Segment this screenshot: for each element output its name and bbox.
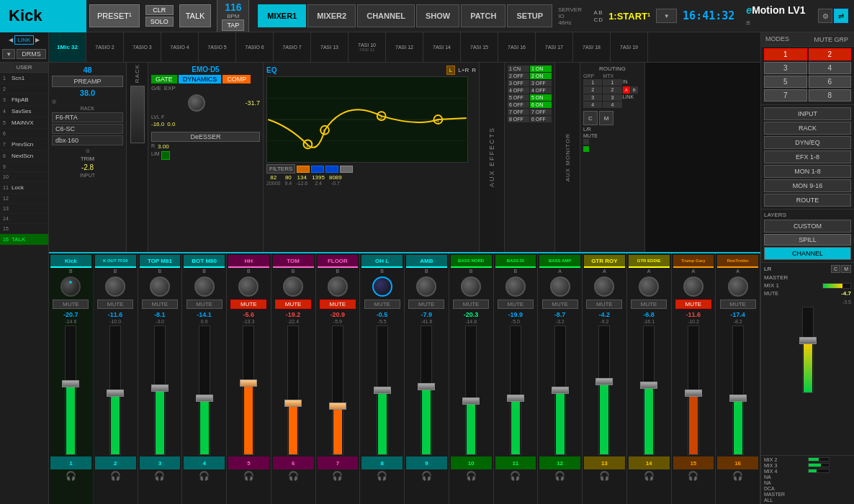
deesser-button[interactable]: DeESSER bbox=[151, 132, 260, 142]
ch15-fader[interactable] bbox=[688, 325, 699, 455]
ch16-mute[interactable]: MUTE bbox=[720, 300, 756, 309]
io-ch-13[interactable]: 7ASI 16 bbox=[498, 32, 536, 62]
filter-band-4[interactable] bbox=[340, 166, 353, 173]
ch13-knob[interactable] bbox=[594, 276, 614, 297]
ch2-fader[interactable] bbox=[109, 325, 121, 455]
tab-show[interactable]: SHOW bbox=[416, 4, 459, 27]
ch13-mute[interactable]: MUTE bbox=[586, 300, 622, 309]
ch11-mute[interactable]: MUTE bbox=[498, 300, 534, 309]
io-ch-16[interactable]: 7ASI 19 bbox=[611, 32, 648, 62]
rack-item-3[interactable]: dbx·160 bbox=[52, 135, 123, 145]
ch11-knob[interactable] bbox=[505, 276, 526, 297]
io-ch-9[interactable]: 7ASI 10 7ASI 11 bbox=[349, 32, 386, 62]
drms-dropdown[interactable]: ▼ bbox=[2, 49, 15, 59]
mon1-mode-btn[interactable]: MON 1-8 bbox=[764, 165, 851, 178]
ch4-headphone[interactable]: 🎧 bbox=[184, 469, 225, 482]
ch6-fader[interactable] bbox=[287, 325, 299, 455]
io-ch-8[interactable]: 7ASI 13 bbox=[311, 32, 349, 62]
ch1-mute[interactable]: MUTE bbox=[53, 300, 89, 309]
talk-button[interactable]: TALK bbox=[179, 4, 212, 27]
settings-icon[interactable]: ⚙ bbox=[818, 9, 832, 23]
user-slot-12[interactable]: 12 bbox=[0, 194, 48, 204]
ch8-headphone[interactable]: 🎧 bbox=[361, 469, 403, 482]
ch9-headphone[interactable]: 🎧 bbox=[406, 469, 447, 482]
dynamics-button[interactable]: DYNAMICS bbox=[179, 75, 222, 84]
ch14-headphone[interactable]: 🎧 bbox=[629, 469, 670, 482]
io-ch-14[interactable]: 7ASI 17 bbox=[536, 32, 573, 62]
ch2-knob[interactable] bbox=[105, 276, 125, 297]
drms-label[interactable]: DRMS bbox=[17, 49, 46, 59]
user-slot-16[interactable]: 16 TALK bbox=[0, 234, 48, 246]
efx-mode-btn[interactable]: EFX 1-8 bbox=[764, 150, 851, 163]
io-ch-5[interactable]: 7ASIO 5 bbox=[199, 32, 236, 62]
user-slot-2[interactable]: 2 bbox=[0, 84, 48, 94]
ch4-fader[interactable] bbox=[199, 325, 210, 455]
tab-channel[interactable]: CHANNEL bbox=[357, 4, 415, 27]
ch8-knob[interactable] bbox=[372, 276, 392, 297]
ch12-headphone[interactable]: 🎧 bbox=[539, 469, 580, 482]
io-ch-12[interactable]: 7ASI 15 bbox=[461, 32, 498, 62]
ch5-fader[interactable] bbox=[243, 325, 254, 455]
ch12-knob[interactable] bbox=[550, 276, 570, 297]
ch6-headphone[interactable]: 🎧 bbox=[273, 469, 314, 482]
mon9-mode-btn[interactable]: MON 9-16 bbox=[764, 179, 851, 192]
user-slot-4[interactable]: 4 SavSes bbox=[0, 106, 48, 117]
tab-setup[interactable]: SETUP bbox=[507, 4, 552, 27]
tap-button[interactable]: TAP bbox=[222, 19, 244, 31]
ch16-headphone[interactable]: 🎧 bbox=[717, 469, 758, 482]
tab-mixer1[interactable]: MIXER1 bbox=[258, 4, 306, 27]
ch7-mute[interactable]: MUTE bbox=[320, 300, 356, 309]
custom-btn[interactable]: CUSTOM bbox=[764, 220, 851, 233]
user-slot-13[interactable]: 13 bbox=[0, 204, 48, 214]
c-bus-btn[interactable]: C bbox=[831, 265, 840, 273]
tab-mixer2[interactable]: MIXER2 bbox=[307, 4, 356, 27]
mute-grp-btn-1[interactable]: 1 bbox=[764, 48, 807, 60]
ch16-knob[interactable] bbox=[728, 276, 748, 297]
user-slot-7[interactable]: 7 PrevScn bbox=[0, 139, 48, 150]
user-slot-3[interactable]: 3 FlipAB bbox=[0, 94, 48, 106]
ch14-fader[interactable] bbox=[643, 325, 655, 455]
m-bus-btn[interactable]: M bbox=[841, 265, 851, 273]
dynamics-knob[interactable] bbox=[188, 94, 205, 112]
ch3-mute[interactable]: MUTE bbox=[142, 300, 178, 309]
m-button[interactable]: M bbox=[599, 111, 613, 125]
ch9-fader[interactable] bbox=[421, 325, 432, 455]
user-slot-6[interactable]: 6 bbox=[0, 129, 48, 139]
master-fader-handle[interactable] bbox=[799, 337, 817, 344]
mute-grp-btn-4[interactable]: 4 bbox=[809, 62, 852, 74]
user-slot-11[interactable]: 11 Lock bbox=[0, 182, 48, 194]
user-slot-9[interactable]: 9 bbox=[0, 162, 48, 172]
ch1-fader[interactable] bbox=[65, 325, 76, 455]
rack-item-2[interactable]: C6-SC bbox=[52, 124, 123, 134]
gate-button[interactable]: GATE bbox=[151, 75, 177, 84]
ch9-mute[interactable]: MUTE bbox=[408, 300, 444, 309]
ch4-mute[interactable]: MUTE bbox=[186, 300, 223, 309]
ch13-fader[interactable] bbox=[598, 325, 610, 455]
ch2-headphone[interactable]: 🎧 bbox=[95, 469, 136, 482]
ch3-fader[interactable] bbox=[154, 325, 166, 455]
user-slot-15[interactable]: 15 bbox=[0, 224, 48, 234]
mute-grp-btn-8[interactable]: 8 bbox=[809, 89, 852, 102]
ch14-mute[interactable]: MUTE bbox=[631, 300, 667, 309]
ch8-mute[interactable]: MUTE bbox=[364, 300, 400, 309]
io-ch-15[interactable]: 7ASI 18 bbox=[573, 32, 611, 62]
io-ch-11[interactable]: 7ASI 14 bbox=[423, 32, 461, 62]
ch6-mute[interactable]: MUTE bbox=[275, 300, 311, 309]
ch1-knob[interactable] bbox=[60, 276, 81, 297]
io-ch-4[interactable]: 7ASIO 4 bbox=[161, 32, 199, 62]
ch15-headphone[interactable]: 🎧 bbox=[673, 469, 714, 482]
nav-prev[interactable]: ◀ bbox=[9, 37, 13, 43]
ch2-mute[interactable]: MUTE bbox=[97, 300, 133, 309]
mute-grp-btn-3[interactable]: 3 bbox=[764, 62, 807, 74]
filter-band-3[interactable] bbox=[325, 166, 338, 173]
user-slot-5[interactable]: 5 MAINVX bbox=[0, 117, 48, 129]
io-ch-2[interactable]: 7ASIO 2 bbox=[86, 32, 124, 62]
user-slot-14[interactable]: 14 bbox=[0, 214, 48, 224]
b-button[interactable]: B bbox=[631, 86, 638, 94]
user-slot-8[interactable]: 8 NextScn bbox=[0, 150, 48, 162]
ch1-headphone[interactable]: 🎧 bbox=[50, 469, 91, 482]
ch10-knob[interactable] bbox=[461, 276, 481, 297]
rack-item-1[interactable]: F6-RTA bbox=[52, 112, 123, 122]
ch12-fader[interactable] bbox=[554, 325, 566, 455]
ch3-knob[interactable] bbox=[150, 276, 170, 297]
